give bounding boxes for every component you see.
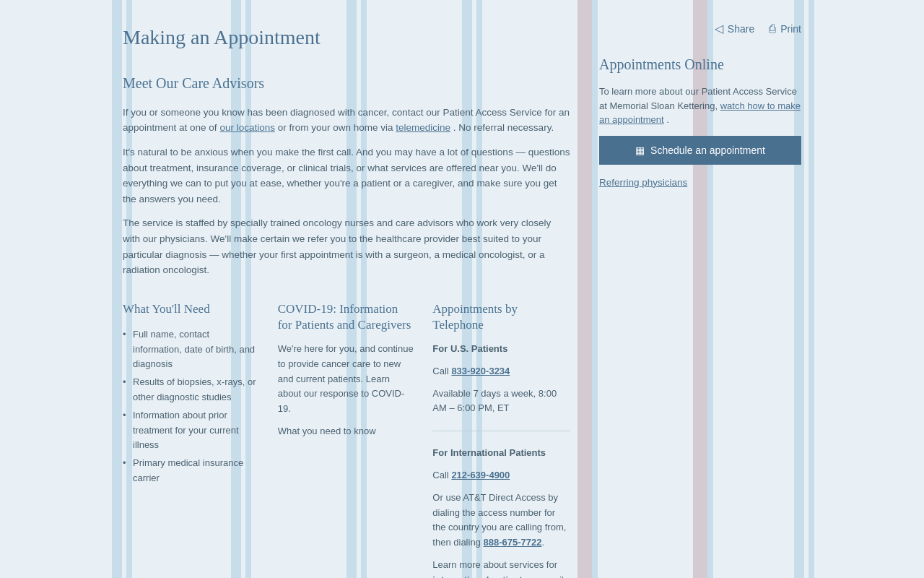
intro-para1-end: . No referral necessary. (453, 122, 554, 133)
intl-phone-link[interactable]: 212-639-4900 (451, 470, 510, 480)
intl-services-text: Learn more about services for internatio… (432, 558, 570, 578)
top-actions: ◁ Share ⎙ Print (599, 22, 801, 35)
us-phone-link[interactable]: 833-920-3234 (451, 366, 510, 376)
list-item: Results of biopsies, x-rays, or other di… (123, 374, 261, 407)
divider (432, 431, 570, 431)
share-button[interactable]: ◁ Share (715, 22, 754, 35)
intro-para2: It's natural to be anxious when you make… (123, 144, 570, 207)
intro-para1: If you or someone you know has been diag… (123, 105, 570, 136)
share-label: Share (728, 23, 754, 35)
calendar-icon: ▦ (635, 144, 645, 156)
page-title: Making an Appointment (123, 22, 570, 54)
main-column: Making an Appointment Meet Our Care Advi… (123, 22, 570, 578)
intl-att-phone-link[interactable]: 888-675-7722 (483, 537, 541, 548)
list-item: Full name, contact information, date of … (123, 326, 261, 374)
what-youll-need-col: What You'll Need Full name, contact info… (123, 301, 261, 578)
schedule-btn-label: Schedule an appointment (650, 144, 765, 156)
sidebar-para1-end: . (666, 114, 669, 125)
meet-advisors-heading: Meet Our Care Advisors (123, 72, 570, 95)
us-availability: Available 7 days a week, 8:00 AM – 6:00 … (432, 387, 570, 417)
intl-patients-heading: For International Patients (432, 446, 570, 461)
telephone-col: Appointments by Telephone For U.S. Patie… (432, 301, 570, 578)
our-locations-link[interactable]: our locations (219, 122, 275, 133)
list-item: Information about prior treatment for yo… (123, 407, 261, 454)
schedule-appointment-button[interactable]: ▦ Schedule an appointment (599, 136, 801, 165)
sidebar-column: ◁ Share ⎙ Print Appointments Online To l… (599, 22, 801, 578)
print-icon: ⎙ (769, 22, 776, 35)
page-wrapper: Making an Appointment Meet Our Care Advi… (0, 0, 924, 578)
intro-para1-mid: or from your own home via (278, 122, 393, 133)
sidebar-para1: To learn more about our Patient Access S… (599, 85, 801, 127)
covid-heading: COVID-19: Information for Patients and C… (278, 301, 416, 333)
what-youll-need-heading: What You'll Need (123, 301, 261, 317)
us-call-text: Call 833-920-3234 (432, 364, 570, 379)
what-youll-need-list: Full name, contact information, date of … (123, 326, 261, 488)
referring-physicians-link[interactable]: Referring physicians (599, 175, 801, 191)
intl-patients-link[interactable]: international patients (432, 574, 527, 578)
us-patients-heading: For U.S. Patients (432, 342, 570, 357)
intl-call-text: Call 212-639-4900 (432, 468, 570, 483)
intl-services-pre: Learn more about services for (432, 559, 557, 570)
what-you-need-link[interactable]: What you need to know (278, 424, 416, 439)
intl-att-text: Or use AT&T Direct Access by dialing the… (432, 491, 570, 551)
intl-call-label: Call (432, 470, 448, 480)
covid-col: COVID-19: Information for Patients and C… (278, 301, 416, 578)
us-call-label: Call (432, 366, 448, 376)
telemedicine-link[interactable]: telemedicine (396, 122, 450, 133)
print-label: Print (780, 23, 801, 35)
covid-para: We're here for you, and continue to prov… (278, 342, 416, 417)
three-col-section: What You'll Need Full name, contact info… (123, 301, 570, 578)
list-item: Primary medical insurance carrier (123, 454, 261, 488)
share-icon: ◁ (715, 22, 723, 35)
telephone-heading: Appointments by Telephone (432, 301, 570, 333)
print-button[interactable]: ⎙ Print (769, 22, 801, 35)
appointments-online-heading: Appointments Online (599, 53, 801, 76)
content-area: Making an Appointment Meet Our Care Advi… (0, 0, 924, 578)
intro-para3: The service is staffed by specially trai… (123, 215, 570, 277)
